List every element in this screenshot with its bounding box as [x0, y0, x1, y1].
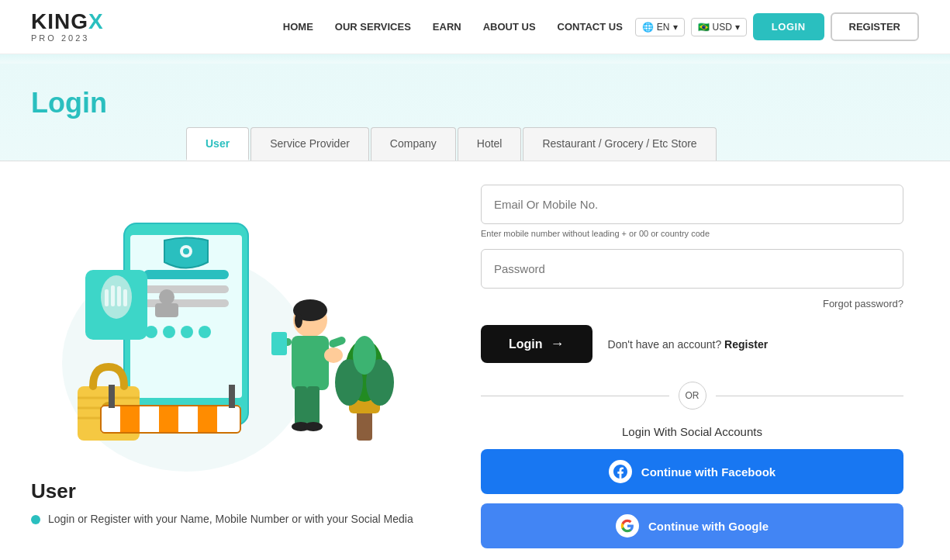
login-tabs: User Service Provider Company Hotel Rest…	[186, 127, 919, 161]
svg-rect-39	[295, 386, 307, 425]
svg-point-52	[353, 336, 376, 375]
svg-point-8	[181, 326, 193, 338]
svg-point-37	[295, 313, 302, 328]
logo: KINGX PRO 2023	[31, 11, 104, 43]
login-illustration: LOGIN	[31, 177, 403, 472]
login-section: Login User Service Provider Company Hote…	[0, 64, 950, 560]
or-line-left	[481, 396, 669, 396]
illustration-area: LOGIN	[31, 161, 434, 560]
login-form: Enter mobile number without leading + or…	[465, 161, 919, 560]
or-line-right	[716, 396, 904, 396]
or-divider: OR	[481, 382, 903, 410]
social-title: Login With Social Accounts	[481, 425, 903, 438]
email-input[interactable]	[481, 185, 903, 224]
svg-point-11	[159, 289, 174, 305]
email-hint: Enter mobile number without leading + or…	[481, 229, 903, 238]
facebook-icon	[609, 460, 632, 483]
svg-point-42	[304, 422, 323, 431]
or-circle: OR	[679, 382, 706, 410]
logo-x: X	[88, 9, 104, 33]
login-row: Login → Don't have an account? Register	[481, 325, 903, 363]
svg-point-9	[199, 326, 211, 338]
currency-selector[interactable]: 🇧🇷 USD ▾	[691, 18, 747, 36]
login-title: Login	[0, 64, 950, 127]
nav-services[interactable]: OUR SERVICES	[335, 21, 411, 33]
svg-rect-33	[109, 385, 115, 408]
google-login-button[interactable]: Continue with Google	[481, 503, 903, 548]
svg-rect-18	[123, 289, 127, 306]
user-section-label: User	[31, 479, 434, 503]
svg-rect-15	[105, 289, 109, 306]
logo-sub: PRO 2023	[31, 34, 104, 43]
header: KINGX PRO 2023 HOME OUR SERVICES EARN AB…	[0, 0, 950, 54]
hero-banner	[0, 54, 950, 64]
main-content: LOGIN	[0, 161, 950, 560]
svg-rect-40	[307, 386, 320, 425]
forgot-password-link[interactable]: Forgot password?	[481, 298, 903, 309]
svg-rect-34	[229, 385, 235, 408]
svg-rect-29	[140, 406, 159, 433]
svg-rect-12	[155, 303, 178, 317]
nav-earn[interactable]: EARN	[433, 21, 461, 33]
register-prompt: Don't have an account? Register	[608, 338, 769, 351]
login-button[interactable]: LOGIN	[753, 13, 824, 40]
password-input[interactable]	[481, 249, 903, 289]
svg-rect-4	[143, 285, 229, 293]
nav-about[interactable]: ABOUT US	[483, 21, 536, 33]
arrow-icon: →	[551, 336, 565, 352]
svg-rect-44	[328, 336, 347, 349]
tab-hotel[interactable]: Hotel	[458, 127, 522, 161]
bullet-icon	[31, 515, 40, 524]
svg-rect-16	[111, 285, 115, 306]
language-selector[interactable]: 🌐 EN ▾	[635, 18, 685, 36]
svg-rect-30	[178, 406, 198, 433]
main-nav: HOME OUR SERVICES EARN ABOUT US CONTACT …	[283, 21, 623, 33]
user-section-desc: Login or Register with your Name, Mobile…	[31, 513, 434, 525]
nav-extras: 🌐 EN ▾ 🇧🇷 USD ▾ LOGIN REGISTER	[635, 12, 919, 41]
nav-contact[interactable]: CONTACT US	[558, 21, 623, 33]
nav-home[interactable]: HOME	[283, 21, 313, 33]
tab-restaurant[interactable]: Restaurant / Grocery / Etc Store	[523, 127, 716, 161]
svg-rect-38	[292, 336, 329, 390]
login-submit-button[interactable]: Login →	[481, 325, 592, 363]
svg-rect-28	[101, 406, 120, 433]
register-link[interactable]: Register	[724, 338, 768, 351]
svg-rect-46	[271, 332, 287, 355]
facebook-login-button[interactable]: Continue with Facebook	[481, 449, 903, 494]
svg-rect-47	[357, 410, 372, 441]
tab-service-provider[interactable]: Service Provider	[250, 127, 369, 161]
svg-point-20	[183, 248, 189, 254]
register-button[interactable]: REGISTER	[831, 12, 919, 41]
svg-rect-17	[117, 286, 121, 306]
logo-king: KING	[31, 9, 88, 33]
google-icon	[616, 514, 639, 538]
svg-rect-31	[217, 406, 240, 433]
tab-user[interactable]: User	[186, 127, 249, 161]
svg-rect-3	[143, 270, 229, 279]
tab-company[interactable]: Company	[371, 127, 456, 161]
svg-point-45	[324, 347, 343, 363]
svg-point-7	[163, 326, 175, 338]
